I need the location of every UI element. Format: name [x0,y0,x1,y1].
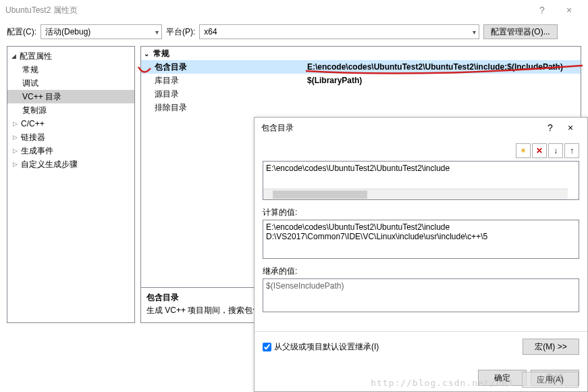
include-editor-dialog: 包含目录 ? × ✶ ✕ ↓ ↑ E:\encode\codes\UbuntuT… [254,117,588,392]
prop-row-include[interactable]: 包含目录 E:\encode\codes\UbuntuTest2\UbuntuT… [141,60,581,74]
section-header[interactable]: ⌄ 常规 [141,47,581,60]
scrollbar-thumb[interactable] [273,191,367,199]
tree-root[interactable]: 配置属性 [7,49,134,63]
config-toolbar: 配置(C): 活动(Debug) ▾ 平台(P): x64 ▾ 配置管理器(O)… [0,20,588,46]
prop-label: 包含目录 [141,62,307,73]
prop-row-lib[interactable]: 库目录 $(LibraryPath) [141,74,581,87]
delete-icon[interactable]: ✕ [532,143,547,158]
computed-line: E:\encode\codes\UbuntuTest2\UbuntuTest2\… [266,222,576,232]
ok-button[interactable]: 确定 [478,370,527,386]
tree-item-buildevents[interactable]: 生成事件 [7,144,134,157]
editor-toolbar: ✶ ✕ ↓ ↑ [263,143,579,158]
chevron-down-icon: ⌄ [144,50,153,57]
tree-item-debug[interactable]: 调试 [7,76,134,90]
tree-label: 自定义生成步骤 [21,159,78,170]
paths-listbox[interactable]: E:\encode\codes\UbuntuTest2\UbuntuTest2\… [263,161,579,200]
close-icon[interactable]: × [556,5,583,16]
prop-label: 源目录 [141,89,307,100]
nav-tree: 配置属性 常规 调试 VC++ 目录 复制源 C/C++ 链接器 生成事件 自定… [7,46,135,323]
tree-item-ccpp[interactable]: C/C++ [7,117,134,130]
window-title: UbuntuTest2 属性页 [5,5,529,16]
dialog-title: 包含目录 [261,122,540,134]
computed-label: 计算的值: [263,207,579,218]
tree-item-custombuild[interactable]: 自定义生成步骤 [7,157,134,171]
inherit-checkbox-text: 从父级或项目默认设置继承(I) [274,341,379,353]
triangle-closed-icon [13,147,21,154]
help-icon[interactable]: ? [529,5,556,16]
platform-value: x64 [204,27,217,36]
close-icon[interactable]: × [560,122,581,133]
dialog-titlebar: 包含目录 ? × [255,118,587,138]
platform-label: 平台(P): [166,26,195,38]
computed-line: D:\VS2017\Common7\IDE\VC\Linux\include\u… [266,232,576,241]
h-scrollbar[interactable] [263,189,568,199]
prop-value: E:\encode\codes\UbuntuTest2\UbuntuTest2\… [307,62,581,72]
config-label: 配置(C): [7,26,36,38]
config-value: 活动(Debug) [45,26,90,38]
tree-label: C/C++ [21,119,45,128]
triangle-closed-icon [13,134,21,141]
prop-value: $(LibraryPath) [307,76,581,85]
inherit-checkbox[interactable] [263,343,271,351]
chevron-down-icon: ▾ [473,28,476,36]
triangle-closed-icon [13,120,21,127]
prop-label: 排除目录 [141,102,307,114]
triangle-open-icon [11,53,20,59]
app-footer: 应用(A) [522,372,579,388]
dialog-footer-row: 从父级或项目默认设置继承(I) 宏(M) >> [255,331,587,362]
tree-label: 生成事件 [21,145,53,157]
list-item[interactable]: E:\encode\codes\UbuntuTest2\UbuntuTest2\… [266,164,576,173]
arrow-up-icon[interactable]: ↑ [564,143,579,158]
tree-label: 复制源 [22,105,47,116]
new-folder-icon[interactable]: ✶ [516,143,531,158]
tree-label: 链接器 [21,132,45,143]
tree-label: VC++ 目录 [22,91,61,103]
config-combo[interactable]: 活动(Debug) ▾ [41,24,162,39]
arrow-down-icon[interactable]: ↓ [548,143,563,158]
macros-button[interactable]: 宏(M) >> [523,339,579,355]
tree-label: 调试 [22,78,38,89]
inherit-checkbox-label[interactable]: 从父级或项目默认设置继承(I) [263,341,517,353]
tree-item-linker[interactable]: 链接器 [7,130,134,144]
tree-item-copysrc[interactable]: 复制源 [7,103,134,117]
chevron-down-icon: ▾ [155,28,159,36]
inherited-values-box: $(ISenseIncludePath) [263,278,579,312]
window-titlebar: UbuntuTest2 属性页 ? × [0,0,588,20]
config-manager-button[interactable]: 配置管理器(O)... [483,24,557,39]
triangle-closed-icon [13,161,21,168]
tree-item-vcdirs[interactable]: VC++ 目录 [7,90,134,103]
platform-combo[interactable]: x64 ▾ [199,24,479,39]
tree-label: 常规 [22,64,38,76]
inherited-label: 继承的值: [263,266,579,277]
prop-label: 库目录 [141,75,307,87]
apply-button[interactable]: 应用(A) [522,372,579,388]
prop-row-src[interactable]: 源目录 [141,87,581,101]
help-icon[interactable]: ? [540,122,560,133]
dialog-body: ✶ ✕ ↓ ↑ E:\encode\codes\UbuntuTest2\Ubun… [255,138,587,318]
computed-values-box: E:\encode\codes\UbuntuTest2\UbuntuTest2\… [263,220,579,259]
prop-row-exclude[interactable]: 排除目录 [141,101,581,114]
inherited-line: $(ISenseIncludePath) [266,281,576,291]
section-title: 常规 [153,48,169,59]
tree-root-label: 配置属性 [20,51,52,62]
tree-item-general[interactable]: 常规 [7,63,134,76]
